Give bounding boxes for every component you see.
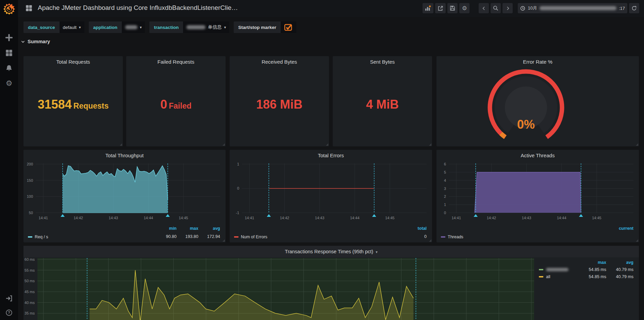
legend-headers: total bbox=[405, 226, 427, 231]
svg-text:14:41: 14:41 bbox=[38, 216, 48, 220]
refresh-button[interactable] bbox=[629, 3, 639, 13]
response-times-legend: max avg 54.85 ms 40.79 ms all 54.85 ms 4… bbox=[539, 259, 633, 280]
sidebar-bottom-nav: ? bbox=[0, 294, 18, 317]
panel-title[interactable]: Total Errors bbox=[230, 153, 432, 158]
redacted-time-range bbox=[540, 6, 616, 10]
panel-title[interactable]: Error Rate % bbox=[436, 59, 639, 65]
legend-series-req-s[interactable]: Req / s bbox=[28, 235, 48, 239]
header-toolbar: ⚙ 10月 :17 bbox=[421, 3, 639, 13]
redacted-text bbox=[125, 25, 137, 29]
total-errors-chart[interactable]: -10114:4114:4214:4314:4414:45 bbox=[230, 150, 432, 242]
legend-series-all[interactable]: all bbox=[539, 274, 579, 279]
sidebar: ⚙ ? bbox=[0, 0, 18, 320]
svg-text:-1: -1 bbox=[236, 211, 239, 215]
application-dropdown[interactable]: ▾ bbox=[122, 21, 145, 33]
sign-in-icon[interactable] bbox=[5, 294, 13, 302]
legend-series-threads[interactable]: Threads bbox=[441, 235, 463, 239]
svg-text:14:41: 14:41 bbox=[245, 216, 254, 220]
chevron-down-icon bbox=[21, 39, 25, 44]
svg-text:50 ms: 50 ms bbox=[24, 279, 35, 283]
panel-resize-handle[interactable] bbox=[222, 143, 225, 146]
help-icon[interactable]: ? bbox=[5, 308, 13, 317]
svg-text:0%: 0% bbox=[517, 117, 535, 131]
panel-resize-handle[interactable] bbox=[429, 239, 431, 242]
time-forward-button[interactable] bbox=[502, 3, 513, 13]
panel-resize-handle[interactable] bbox=[636, 239, 638, 242]
dashboard-settings-button[interactable]: ⚙ bbox=[459, 3, 469, 13]
time-back-button[interactable] bbox=[479, 3, 489, 13]
redacted-text bbox=[186, 25, 205, 29]
dashboard-header: Apache JMeter Dashboard using Core Influ… bbox=[18, 0, 644, 17]
svg-text:5: 5 bbox=[444, 170, 446, 174]
chevron-down-icon: ▾ bbox=[79, 25, 81, 30]
legend-headers: max avg bbox=[539, 259, 633, 266]
svg-text:0: 0 bbox=[237, 186, 239, 190]
alerts-bell-icon[interactable] bbox=[5, 64, 13, 72]
panel-sent-bytes: Sent Bytes 4 MiB bbox=[333, 56, 432, 146]
panel-resize-handle[interactable] bbox=[120, 143, 122, 146]
svg-text:150: 150 bbox=[27, 178, 33, 182]
series-swatch bbox=[28, 236, 32, 238]
panel-failed-requests: Failed Requests 0Failed bbox=[126, 56, 226, 146]
svg-text:100: 100 bbox=[27, 194, 33, 198]
legend-series-num-of-errors[interactable]: Num of Errors bbox=[234, 235, 267, 239]
legend-row-all: all 54.85 ms 40.79 ms bbox=[539, 273, 633, 280]
panel-error-rate: Error Rate % 0% bbox=[436, 56, 639, 146]
chevron-down-icon: ▾ bbox=[376, 250, 378, 254]
start-stop-marker-checkbox[interactable] bbox=[281, 21, 296, 33]
panel-title[interactable]: Total Throughput bbox=[23, 153, 226, 158]
svg-text:40 ms: 40 ms bbox=[24, 301, 35, 305]
dashboard-grid-icon[interactable] bbox=[26, 5, 32, 12]
panel-received-bytes: Received Bytes 186 MiB bbox=[230, 56, 329, 146]
time-range-suffix: :17 bbox=[619, 6, 625, 11]
svg-text:?: ? bbox=[8, 310, 10, 315]
panel-total-throughput: Total Throughput 5010015020014:4114:4214… bbox=[23, 150, 226, 242]
dashboards-icon[interactable] bbox=[5, 49, 13, 57]
panel-active-threads: Active Threads 012345614:4114:4214:4314:… bbox=[436, 150, 639, 242]
error-rate-gauge[interactable]: 0% bbox=[436, 56, 639, 146]
svg-text:4: 4 bbox=[444, 178, 446, 182]
add-panel-button[interactable] bbox=[423, 3, 433, 13]
svg-text:45 ms: 45 ms bbox=[24, 290, 35, 294]
share-button[interactable] bbox=[435, 3, 446, 13]
svg-text:14:45: 14:45 bbox=[592, 216, 601, 220]
add-icon[interactable] bbox=[5, 33, 13, 42]
settings-gear-icon[interactable]: ⚙ bbox=[5, 79, 13, 87]
zoom-out-button[interactable] bbox=[491, 3, 501, 13]
dashboard-title[interactable]: Apache JMeter Dashboard using Core Influ… bbox=[38, 4, 238, 12]
panel-resize-handle[interactable] bbox=[222, 239, 225, 242]
data-source-dropdown[interactable]: default▾ bbox=[60, 21, 84, 33]
chevron-down-icon: ▾ bbox=[224, 25, 226, 30]
panel-title[interactable]: Received Bytes bbox=[230, 59, 329, 65]
transaction-dropdown[interactable]: 单信息 ▾ bbox=[183, 21, 229, 33]
chevron-down-icon: ▾ bbox=[140, 25, 142, 30]
legend-row-transaction: 54.85 ms 40.79 ms bbox=[539, 266, 633, 273]
svg-text:14:43: 14:43 bbox=[522, 216, 531, 220]
variable-start-stop-marker: Start/stop marker bbox=[234, 21, 296, 33]
svg-text:14:45: 14:45 bbox=[385, 216, 395, 220]
save-button[interactable] bbox=[447, 3, 458, 13]
legend-values: 90.80 193.80 172.94 bbox=[155, 234, 220, 239]
time-range-picker[interactable]: 10月 :17 bbox=[518, 3, 627, 13]
svg-text:14:43: 14:43 bbox=[109, 216, 118, 220]
panel-resize-handle[interactable] bbox=[429, 143, 431, 146]
panel-resize-handle[interactable] bbox=[326, 143, 328, 146]
sidebar-main-nav: ⚙ bbox=[0, 33, 18, 87]
panel-title[interactable]: Failed Requests bbox=[126, 59, 226, 65]
panel-total-requests: Total Requests 31584Requests bbox=[23, 56, 123, 146]
svg-text:14:44: 14:44 bbox=[144, 216, 153, 220]
panel-resize-handle[interactable] bbox=[636, 143, 638, 146]
variable-application: application ▾ bbox=[89, 21, 145, 33]
svg-text:14:42: 14:42 bbox=[280, 216, 290, 220]
svg-text:0: 0 bbox=[444, 211, 446, 215]
panel-title[interactable]: Transactions Response Times (95th pct)▾ bbox=[23, 246, 639, 257]
panel-title[interactable]: Total Requests bbox=[23, 59, 123, 65]
series-swatch bbox=[539, 269, 543, 270]
panel-title[interactable]: Active Threads bbox=[436, 153, 639, 158]
row-summary-toggle[interactable]: Summary bbox=[21, 39, 50, 44]
panel-title[interactable]: Sent Bytes bbox=[333, 59, 432, 65]
grafana-logo-icon[interactable] bbox=[3, 3, 16, 16]
active-threads-chart[interactable]: 012345614:4114:4214:4314:4414:45 bbox=[436, 150, 639, 242]
legend-series-transaction[interactable] bbox=[539, 268, 579, 271]
svg-text:1: 1 bbox=[444, 203, 446, 207]
